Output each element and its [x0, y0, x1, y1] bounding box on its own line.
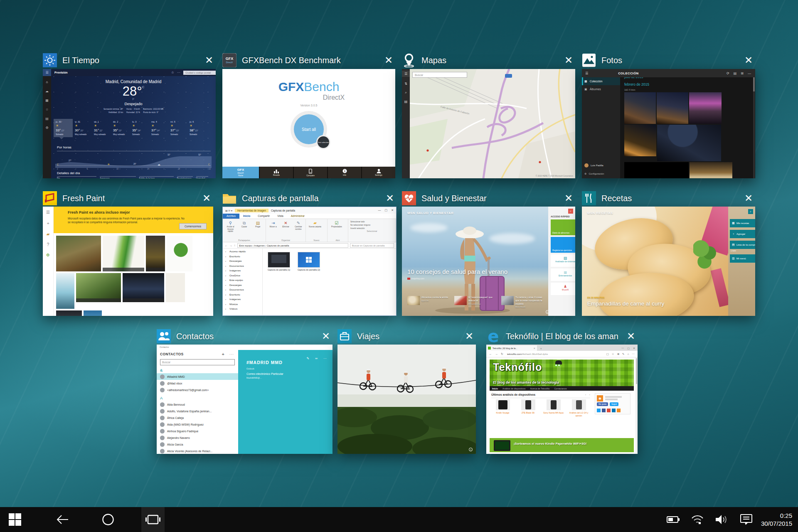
contact-row[interactable]: Aida (MAD-WSW) Rodríguez [157, 421, 238, 428]
forward-icon[interactable]: → [495, 352, 498, 355]
browser-tab[interactable]: Teknófilo | El blog de la...✕ [486, 345, 537, 351]
close-icon[interactable]: ✕ [463, 330, 476, 342]
contact-row[interactable]: Alejandro Navarro [157, 434, 238, 441]
scrollbar[interactable] [753, 69, 755, 178]
nav-item[interactable]: Acceso rápido [223, 250, 262, 255]
nav-item[interactable]: Descargas [223, 259, 262, 264]
contact-row[interactable]: Ainhoa Siguero Fadrique [157, 428, 238, 434]
nav-analisis[interactable]: Análisis de dispositivos [502, 387, 525, 390]
facebook-like-button[interactable]: Me gusta [597, 402, 608, 406]
close-icon[interactable]: ✕ [633, 347, 635, 350]
mapas-thumbnail[interactable]: ☰⇅⌕▤ Buscar Calle de Antonio de Cabezón … [402, 69, 575, 178]
comencemos-button[interactable]: Comencemos [179, 223, 207, 229]
maximize-icon[interactable]: ▢ [627, 347, 630, 350]
product-card[interactable]: ZTE Blade S6 [517, 399, 539, 417]
close-icon[interactable]: ✕ [742, 192, 755, 204]
action-center-icon[interactable] [740, 513, 753, 526]
fresh-paint-thumbnail[interactable]: ☰＋▰?⚙ Fresh Paint es ahora incluso mejor… [43, 207, 213, 316]
contacts-search-input[interactable]: Buscar [160, 359, 235, 365]
cortana-button[interactable] [96, 507, 120, 532]
more-icon[interactable]: ··· [632, 352, 635, 356]
el-tiempo-thumbnail[interactable]: ☰ Previsión ☆ ··· Ciudad o código postal… [43, 69, 216, 178]
nav-item[interactable]: Documentos [223, 264, 262, 269]
hub-icon[interactable]: ≣ [617, 352, 619, 356]
close-icon[interactable]: ✕ [382, 54, 395, 66]
battery-icon[interactable] [667, 514, 680, 525]
product-card[interactable]: Kindle Voyage [491, 399, 514, 417]
close-icon[interactable]: ✕ [562, 192, 575, 204]
reading-view-icon[interactable]: ▢ [606, 352, 609, 356]
nav-acerca[interactable]: Acerca de Teknófilo [530, 387, 550, 390]
tab-archivo[interactable]: Archivo [223, 214, 239, 219]
tab-compartir[interactable]: Compartir [254, 214, 273, 219]
contact-row[interactable]: África Calleja [157, 414, 238, 421]
product-card[interactable]: Análisis del LG G4 y opinión [567, 399, 590, 417]
maximize-icon[interactable]: ▢ [385, 209, 388, 212]
file-item[interactable]: Captura de pantalla (1) [267, 252, 291, 312]
add-contact-icon[interactable]: + [222, 352, 224, 357]
close-icon[interactable]: ✕ [200, 192, 213, 204]
nav-item[interactable]: Escritorio [223, 255, 262, 260]
refresh-icon[interactable]: ↻ [501, 352, 503, 356]
nav-item[interactable]: Imágenes [223, 298, 262, 303]
close-icon[interactable]: ✕ [562, 54, 575, 66]
nav-item[interactable]: Descargas [223, 283, 262, 288]
nav-item[interactable]: OneDrive [223, 274, 262, 279]
contact-row[interactable]: <alfredomartinez73@gmail.com> [157, 387, 238, 393]
gfxbench-thumbnail[interactable]: GFXBench DirectX Version 3.0.5 Start all… [222, 69, 395, 178]
up-icon[interactable]: ↑ [234, 244, 236, 247]
volume-icon[interactable] [715, 514, 729, 525]
share-icon[interactable]: ⌂ [628, 352, 629, 356]
tab-inicio[interactable]: Inicio [239, 214, 254, 219]
contact-row[interactable]: @Mad xbox [157, 380, 238, 387]
salud-thumbnail[interactable]: MSN SALUD Y BIENESTAR 10 consejos de sal… [402, 207, 575, 316]
contactos-thumbnail[interactable]: Contactos CONTACTOS + ··· Buscar & #Madr… [157, 345, 332, 454]
viajes-thumbnail[interactable]: i [337, 345, 476, 454]
nav-inicio[interactable]: Inicio [492, 387, 498, 390]
wifi-icon[interactable] [691, 514, 704, 525]
tab-administrar[interactable]: Administrar [287, 214, 308, 219]
contact-row[interactable]: Alicia Vicente (Asesores de Relaci... [157, 448, 238, 454]
recetas-thumbnail[interactable]: MSN RECETAS EN 20 MINUTOS Empanadillas d… [582, 207, 755, 316]
nav-item[interactable]: Escritorio [223, 293, 262, 298]
web-note-icon[interactable]: ✎ [622, 352, 624, 356]
edit-icon[interactable]: ✎ [307, 357, 310, 360]
close-icon[interactable]: ✕ [202, 54, 216, 66]
contact-row[interactable]: Alicia García [157, 441, 238, 448]
minimize-icon[interactable]: — [621, 347, 624, 350]
nav-item[interactable]: Música [223, 303, 262, 308]
back-button[interactable] [51, 507, 74, 532]
close-icon[interactable]: ✕ [624, 330, 638, 342]
twitter-follow-button[interactable]: Seguir [610, 402, 618, 406]
scrollbar[interactable] [635, 357, 638, 454]
link-icon[interactable]: ∞ [315, 357, 318, 360]
explorer-search-input[interactable]: Buscar en Capturas de pantalla [350, 243, 394, 248]
product-card[interactable]: Sony Xperia M4 Aqua [542, 399, 565, 417]
nav-item[interactable]: Este equipo [223, 278, 262, 283]
forward-icon[interactable]: → [229, 244, 232, 247]
rss-icon[interactable]: ◉ [597, 395, 603, 401]
favorite-star-icon[interactable]: ☆ [612, 352, 614, 356]
close-icon[interactable]: ✕ [319, 330, 332, 342]
contact-row[interactable]: Adolfo, Vodafone España (amiran... [157, 408, 238, 414]
address-bar[interactable]: teknofilo.com/#sthash.3EohSail.dpbs [507, 353, 603, 355]
contact-row[interactable]: Abla Bennoud [157, 401, 238, 408]
contact-row[interactable]: #Madrid MMD [157, 373, 238, 380]
teknofilo-thumbnail[interactable]: Teknófilo | El blog de la...✕ ＋ —▢✕ ← → … [486, 345, 638, 454]
close-icon[interactable]: ✕ [742, 54, 755, 66]
capturas-thumbnail[interactable]: ▤ ⟳ ▾ Herramientas de imagen Capturas de… [222, 207, 397, 316]
back-icon[interactable]: ← [489, 352, 492, 355]
clock[interactable]: 0:25 30/07/2015 [761, 507, 792, 532]
back-icon[interactable]: ← [225, 244, 228, 247]
file-item[interactable]: Captura de pantalla (2) [297, 252, 321, 312]
carousel-arrows[interactable]: ‹ › [585, 393, 591, 396]
more-icon[interactable]: ··· [229, 352, 234, 356]
nav-contacto[interactable]: Contáctanos [554, 387, 566, 390]
task-view-button[interactable] [141, 507, 165, 532]
nav-item[interactable]: Vídeos [223, 307, 262, 312]
close-icon[interactable]: ✕ [383, 192, 397, 204]
close-icon[interactable]: ✕ [391, 209, 394, 212]
more-icon[interactable]: ··· [323, 357, 327, 360]
nav-item[interactable]: Documentos [223, 288, 262, 293]
minimize-icon[interactable]: — [378, 209, 381, 212]
